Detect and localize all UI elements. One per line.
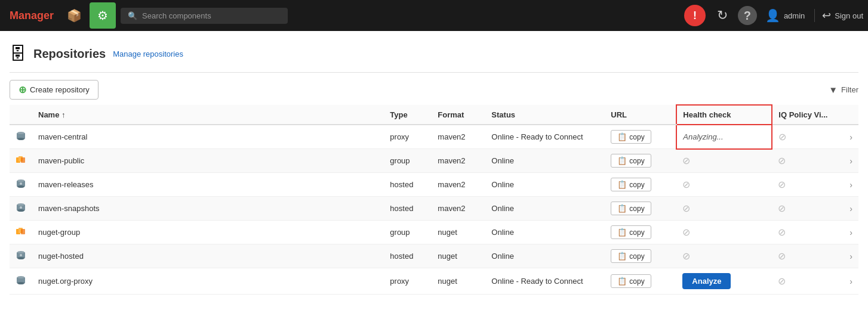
table-row[interactable]: nuget-group group nuget Online 📋 copy ⊘ … <box>10 221 858 244</box>
col-header-url: URL <box>605 105 676 125</box>
browse-icon: 📦 <box>67 8 82 23</box>
svg-rect-16 <box>21 229 25 234</box>
refresh-icon: ↻ <box>717 8 728 23</box>
row-iq-policy: ⊘ <box>772 268 844 295</box>
iq-disabled-icon: ⊘ <box>778 179 786 190</box>
analyzing-status: Analyzing... <box>683 132 723 141</box>
row-format: nuget <box>432 221 485 244</box>
row-health-check: ⊘ <box>676 197 772 221</box>
help-button[interactable]: ? <box>738 6 757 25</box>
table-row[interactable]: maven-public group maven2 Online 📋 copy … <box>10 149 858 173</box>
row-health-check: ⊘ <box>676 173 772 197</box>
row-health-check: ⊘ <box>676 149 772 173</box>
svg-point-12 <box>17 209 24 212</box>
hosted-icon <box>16 202 26 213</box>
table-body: maven-central proxy maven2 Online - Read… <box>10 125 858 295</box>
copy-url-button[interactable]: 📋 copy <box>611 130 651 144</box>
row-arrow[interactable]: › <box>844 125 858 149</box>
row-type: hosted <box>384 244 432 268</box>
refresh-button[interactable]: ↻ <box>712 5 733 26</box>
row-arrow[interactable]: › <box>844 244 858 268</box>
chevron-right-icon: › <box>849 156 852 166</box>
row-arrow[interactable]: › <box>844 268 858 295</box>
alert-icon: ! <box>693 10 697 22</box>
search-input[interactable] <box>142 11 281 20</box>
alert-button[interactable]: ! <box>684 5 706 26</box>
iq-disabled-icon: ⊘ <box>778 276 786 286</box>
copy-url-button[interactable]: 📋 copy <box>611 225 651 239</box>
copy-icon: 📋 <box>617 204 627 213</box>
row-arrow[interactable]: › <box>844 149 858 173</box>
settings-button[interactable]: ⚙ <box>90 2 116 29</box>
copy-url-button[interactable]: 📋 copy <box>611 154 651 168</box>
copy-url-button[interactable]: 📋 copy <box>611 274 651 288</box>
row-arrow[interactable]: › <box>844 173 858 197</box>
user-menu[interactable]: 👤 admin <box>765 8 805 23</box>
analyze-button[interactable]: Analyze <box>682 273 731 289</box>
table-row[interactable]: maven-snapshots hosted maven2 Online 📋 c… <box>10 197 858 221</box>
row-name: maven-snapshots <box>32 197 384 221</box>
row-name: nuget-group <box>32 221 384 244</box>
signout-button[interactable]: ↩ Sign out <box>814 9 863 22</box>
manage-repos-link[interactable]: Manage repositories <box>113 49 183 58</box>
row-type: group <box>384 149 432 173</box>
row-iq-policy: ⊘ <box>772 244 844 268</box>
row-status: Online <box>485 244 605 268</box>
row-url: 📋 copy <box>605 244 676 268</box>
health-disabled-icon: ⊘ <box>682 227 690 237</box>
col-header-health-check: Health check <box>676 105 772 125</box>
svg-rect-5 <box>21 157 25 163</box>
repositories-table: Name ↑ Type Format Status URL Health che… <box>10 104 858 295</box>
browse-button[interactable]: 📦 <box>61 2 87 29</box>
row-format: maven2 <box>432 173 485 197</box>
row-iq-policy: ⊘ <box>772 221 844 244</box>
row-icon-cell <box>10 244 32 268</box>
svg-point-11 <box>17 203 24 206</box>
copy-url-button[interactable]: 📋 copy <box>611 178 651 191</box>
row-status: Online <box>485 173 605 197</box>
row-type: group <box>384 221 432 244</box>
table-header: Name ↑ Type Format Status URL Health che… <box>10 105 858 125</box>
copy-url-button[interactable]: 📋 copy <box>611 249 651 263</box>
row-url: 📋 copy <box>605 173 676 197</box>
row-health-check: ⊘ <box>676 244 772 268</box>
page-header: 🗄 Repositories Manage repositories <box>10 38 858 73</box>
row-icon-cell <box>10 125 32 149</box>
table-row[interactable]: maven-central proxy maven2 Online - Read… <box>10 125 858 149</box>
create-repo-label: Create repository <box>30 85 90 94</box>
row-arrow[interactable]: › <box>844 197 858 221</box>
filter-icon: ▼ <box>829 85 838 95</box>
health-disabled-icon: ⊘ <box>682 179 690 190</box>
row-icon-cell <box>10 173 32 197</box>
copy-icon: 📋 <box>617 156 627 165</box>
create-repository-button[interactable]: ⊕ Create repository <box>10 80 99 100</box>
svg-point-13 <box>20 206 22 209</box>
col-header-name[interactable]: Name ↑ <box>32 105 384 125</box>
copy-url-button[interactable]: 📋 copy <box>611 202 651 215</box>
row-name: maven-public <box>32 149 384 173</box>
chevron-right-icon: › <box>849 132 852 142</box>
user-icon: 👤 <box>765 8 780 23</box>
filter-button[interactable]: ▼ Filter <box>829 85 858 95</box>
row-url: 📋 copy <box>605 268 676 295</box>
chevron-right-icon: › <box>849 228 852 237</box>
row-format: maven2 <box>432 149 485 173</box>
iq-disabled-icon: ⊘ <box>778 203 786 213</box>
topnav: Manager 📦 ⚙ 🔍 ! ↻ ? 👤 admin ↩ Sign out <box>0 0 868 31</box>
plus-icon: ⊕ <box>19 84 26 95</box>
row-name: nuget-hosted <box>32 244 384 268</box>
row-status: Online <box>485 221 605 244</box>
search-bar: 🔍 <box>121 8 288 24</box>
health-disabled-icon: ⊘ <box>682 251 690 261</box>
row-arrow[interactable]: › <box>844 221 858 244</box>
row-type: hosted <box>384 197 432 221</box>
user-name: admin <box>784 11 805 20</box>
table-row[interactable]: maven-releases hosted maven2 Online 📋 co… <box>10 173 858 197</box>
table-row[interactable]: nuget-hosted hosted nuget Online 📋 copy … <box>10 244 858 268</box>
row-icon-cell <box>10 221 32 244</box>
chevron-right-icon: › <box>849 180 852 190</box>
svg-point-20 <box>20 254 22 256</box>
row-health-check: ⊘ <box>676 221 772 244</box>
iq-disabled-icon: ⊘ <box>778 132 786 142</box>
table-row[interactable]: nuget.org-proxy proxy nuget Online - Rea… <box>10 268 858 295</box>
